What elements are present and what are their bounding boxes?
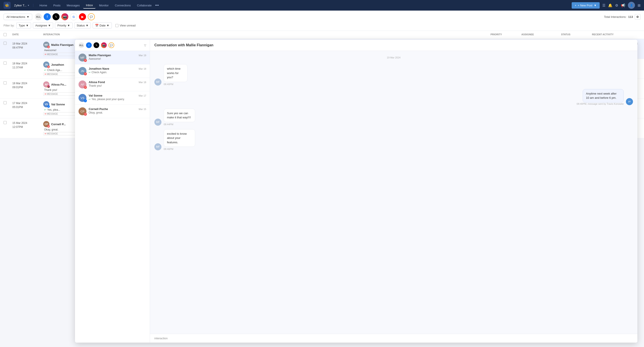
nav-home[interactable]: Home <box>37 2 50 8</box>
channel-facebook-icon[interactable]: f <box>44 13 51 20</box>
type-chevron-icon: ▼ <box>26 24 29 27</box>
conv-twitter-icon[interactable]: 𝕏 <box>94 42 99 48</box>
bell-icon[interactable]: 🔔 <box>608 3 612 7</box>
msg-text: Check Aga... <box>47 68 62 72</box>
filter-status-button[interactable]: Status ▼ <box>74 22 91 28</box>
nav-connections[interactable]: Connections <box>112 2 134 8</box>
message-row: MF excited to know about your features. … <box>154 129 633 138</box>
nav-inbox[interactable]: Inbox <box>83 2 96 8</box>
channel-chat-icon[interactable]: 💬 <box>88 13 95 20</box>
msg-type-label: MESSAGE <box>47 53 58 55</box>
message-sent-by: 08:40PM, message sent by Travis Konowitz <box>577 102 624 105</box>
channel-google-icon[interactable]: G <box>70 13 77 20</box>
nav-links: Home Posts Messages Inbox Monitor Connec… <box>37 2 568 8</box>
conv-fb-icon[interactable]: f <box>86 42 92 48</box>
msg-icon: ✉ <box>44 113 46 115</box>
channel-twitter-icon[interactable]: 𝕏 <box>52 13 60 20</box>
message-meta: which time works for you? 08:40PM <box>164 64 203 85</box>
col-date: DATE <box>12 33 43 36</box>
all-interactions-chevron-icon: ▼ <box>26 15 29 18</box>
brand-chevron-icon: ▼ <box>27 4 30 6</box>
new-post-button[interactable]: + + New Post ▼ <box>572 2 600 8</box>
msg-icon: ✉ <box>44 93 46 95</box>
date-value: 17 Mar 2024 <box>12 101 43 105</box>
conv-item[interactable]: CP ✉ Cornell Puche Mar 15 Okay, great. <box>75 105 150 118</box>
total-interactions: Total Interactions: 113 ⚙ <box>604 14 640 20</box>
filter-type-button[interactable]: Type ▼ <box>16 22 31 28</box>
channel-youtube-icon[interactable]: ▶ <box>79 13 86 20</box>
overlay-panel: ALL f 𝕏 📷 💬 ▽ MF ✉ Mallie Flannigan Mar … <box>75 40 638 138</box>
conv-msg: Okay, great. <box>89 111 146 114</box>
all-interactions-button[interactable]: All Interactions ▼ <box>4 14 32 20</box>
conv-date: Mar 15 <box>139 108 146 110</box>
logo: 🐝 <box>4 2 10 9</box>
date-chevron-icon: ▼ <box>106 24 110 27</box>
nav-posts[interactable]: Posts <box>51 2 63 8</box>
channel-all-icon[interactable]: ALL <box>35 13 42 20</box>
conv-date: Mar 19 <box>139 54 146 57</box>
more-options-icon[interactable]: ••• <box>155 3 159 7</box>
date-value: 19 Mar 2024 <box>12 42 43 46</box>
user-avatar-icon: VS f <box>43 101 50 107</box>
col-assignee: ASSIGNEE <box>522 33 561 36</box>
conv-name: Alissa Fond <box>89 80 105 84</box>
message-meta: excited to know about your features. 08:… <box>164 129 216 138</box>
brand-name: Zylker T... <box>14 4 26 7</box>
nav-collaborate[interactable]: Collaborate <box>134 2 154 8</box>
row-date: 18 Mar 2024 11:37AM <box>12 61 43 69</box>
row-checkbox[interactable] <box>4 61 12 65</box>
time-value: 09:01PM <box>12 85 43 89</box>
message-meta: Anytime next week after 10 am and before… <box>555 89 624 105</box>
conv-item[interactable]: JN ✉ Jonathon Nave Mar 18 ↩ Check Again. <box>75 64 150 78</box>
grid-icon[interactable]: ⊞ <box>638 3 640 7</box>
row-checkbox[interactable] <box>4 101 12 105</box>
filter-assignee-button[interactable]: Assignee ▼ <box>33 22 53 28</box>
status-chevron-icon: ▼ <box>86 24 88 27</box>
msg-type-label: MESSAGE <box>47 113 58 115</box>
message-time: 08:44PM <box>164 123 216 126</box>
column-settings-button[interactable]: ⚙ <box>635 14 640 20</box>
agent-avatar: ZT <box>626 98 633 105</box>
msg-text: Thank you! <box>44 88 57 91</box>
conv-item[interactable]: MF ✉ Mallie Flannigan Mar 19 Awesome! <box>75 51 150 64</box>
filter-type-label: Type <box>19 24 25 27</box>
row-checkbox[interactable] <box>4 42 12 45</box>
msg-type-label: MESSAGE <box>47 132 58 135</box>
conv-msg: ↩ Yes, please post your query. <box>89 98 146 101</box>
filter-date-button[interactable]: 📅 Date ▼ <box>93 22 112 28</box>
gear-icon[interactable]: ⚙ <box>615 3 618 7</box>
nav-monitor[interactable]: Monitor <box>96 2 111 8</box>
menu-icon[interactable]: ☰ <box>602 3 606 7</box>
message-avatar: MF <box>154 78 162 85</box>
channel-instagram-icon[interactable]: 📷 <box>61 13 68 20</box>
conv-info: Jonathon Nave Mar 18 ↩ Check Again. <box>89 67 146 74</box>
brand[interactable]: Zylker T... ▼ <box>14 4 33 7</box>
conv-chat-icon[interactable]: 💬 <box>108 42 114 48</box>
nav-messages[interactable]: Messages <box>64 2 82 8</box>
new-post-chevron-icon: ▼ <box>594 4 596 7</box>
filter-priority-button[interactable]: Priority ▼ <box>55 22 72 28</box>
filter-priority-label: Priority <box>57 24 66 27</box>
conv-all-icon[interactable]: ALL <box>78 42 84 48</box>
share-icon[interactable]: 📢 <box>621 3 625 7</box>
user-avatar-icon: JN ✉ <box>43 61 50 68</box>
conv-instagram-icon[interactable]: 📷 <box>101 42 107 48</box>
user-name: Jonathon <box>51 63 64 66</box>
conv-name: Jonathon Nave <box>89 67 109 70</box>
conv-item[interactable]: VS f Val Sonne Mar 17 ↩ Yes, please post… <box>75 91 150 105</box>
message-meta: Sure yes we can make it that way!!!! 08:… <box>164 109 216 126</box>
col-status: STATUS <box>561 33 592 36</box>
total-label: Total Interactions: <box>604 15 626 18</box>
select-all-checkbox[interactable] <box>4 33 12 36</box>
reply-icon: ↩ <box>89 71 91 74</box>
conv-item[interactable]: AF ✉ Alissa Fond Mar 18 Thank you! <box>75 78 150 91</box>
row-checkbox[interactable] <box>4 121 12 125</box>
view-unread-toggle[interactable]: View unread <box>115 24 136 27</box>
conv-msg-text: Thank you! <box>89 84 102 87</box>
filter-bar: Filter by: Type ▼ Assignee ▼ Priority ▼ … <box>4 20 640 31</box>
all-interactions-label: All Interactions <box>6 15 25 18</box>
view-unread-checkbox[interactable] <box>115 24 118 27</box>
row-checkbox[interactable] <box>4 81 12 85</box>
user-avatar[interactable]: 👤 <box>628 2 635 9</box>
conv-filter-icon[interactable]: ▽ <box>144 44 146 47</box>
